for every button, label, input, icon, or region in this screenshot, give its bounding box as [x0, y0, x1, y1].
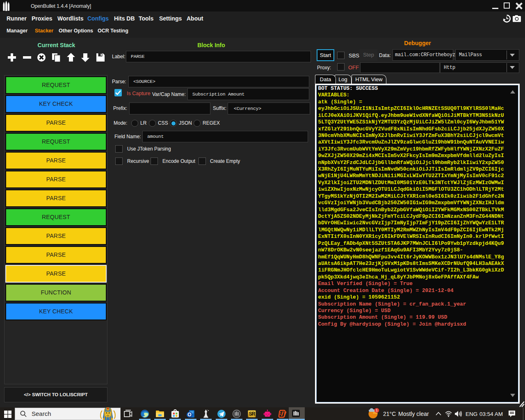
svg-text:O: O — [187, 412, 191, 418]
svg-text:SR: SR — [249, 411, 256, 417]
svg-text:1: 1 — [376, 408, 378, 412]
